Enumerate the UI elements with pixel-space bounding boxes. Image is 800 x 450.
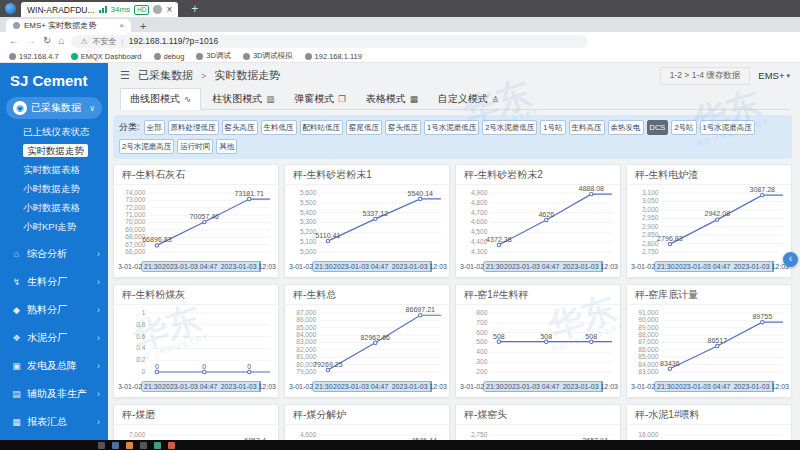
sidebar-item[interactable]: ▤辅助及非生产› (0, 380, 108, 408)
sidebar-item[interactable]: ↯生料分厂› (0, 268, 108, 296)
tab-table[interactable]: 表格模式▦ (357, 89, 427, 109)
filter-button[interactable]: 生料高压 (569, 120, 605, 135)
sidebar-item[interactable]: ❖水泥分厂› (0, 324, 108, 352)
home-icon[interactable]: ⌂ (58, 36, 64, 46)
filter-button[interactable]: 1号水泥磨低压 (424, 120, 479, 135)
filter-button[interactable]: 配料站低压 (300, 120, 344, 135)
taskbar-app-icon[interactable] (140, 442, 147, 449)
workspace-label: EMS+ (758, 70, 784, 81)
filter-button[interactable]: 全部 (144, 120, 165, 135)
globe-icon (154, 53, 161, 60)
chart-plot[interactable]: 3,1003,0503,0002,9502,9002,8502,8002,750… (631, 186, 787, 261)
filter-button[interactable]: 窑头高压 (222, 120, 258, 135)
taskbar-app-icon[interactable] (154, 442, 161, 449)
filter-button[interactable]: 运行时间 (177, 139, 213, 154)
taskbar-app-icon[interactable] (112, 442, 119, 449)
chart-plot[interactable]: 10.80.60.40.20000 (118, 306, 274, 381)
cache-data-button[interactable]: 1-2 > 1-4 缓存数据 (660, 67, 751, 85)
svg-text:3,050: 3,050 (642, 197, 659, 204)
sidebar-subitem[interactable]: 实时数据表格 (0, 161, 108, 180)
svg-text:0: 0 (202, 363, 206, 370)
taskbar-app-icon[interactable] (126, 442, 133, 449)
breadcrumb-root[interactable]: 已采集数据 (138, 68, 193, 83)
filter-button[interactable]: 余热发电 (608, 120, 644, 135)
bookmark-item[interactable]: 3D调试模拟 (243, 51, 293, 61)
filter-button[interactable]: 1号水泥磨高压 (700, 120, 755, 135)
hamburger-icon[interactable]: ☰ (120, 69, 130, 82)
close-tab-icon[interactable]: × (119, 21, 124, 30)
svg-text:0.8: 0.8 (136, 321, 146, 328)
filter-button[interactable]: 原料处理低压 (168, 120, 219, 135)
chart-plot[interactable]: 4,9004,8004,7004,6004,5004,4004,3004372.… (460, 186, 616, 261)
sidebar-group-collected-data[interactable]: ◉ 已采集数据 ∨ (6, 97, 102, 119)
sidebar-subitem-label: 实时数据表格 (23, 164, 80, 175)
bookmark-item[interactable]: debug (154, 52, 185, 61)
chart-x-axis: 3-01-02 21:302023-01-03 04:472023-01-03 … (460, 381, 616, 394)
sidebar-subitem[interactable]: 已上线仪表状态 (0, 123, 108, 142)
sidebar-item[interactable]: ⌂综合分析› (0, 240, 108, 268)
filter-button[interactable]: 2号水泥磨低压 (482, 120, 537, 135)
new-tab-button[interactable]: + (140, 21, 146, 32)
svg-text:16,000: 16,000 (638, 431, 658, 438)
tab-line-chart[interactable]: 曲线图模式∿ (120, 88, 201, 110)
svg-text:84,000: 84,000 (296, 331, 316, 338)
filter-button[interactable]: 2号水泥磨高压 (119, 139, 174, 154)
bookmark-label: EMQX Dashboard (81, 52, 142, 61)
filter-button[interactable]: 生料低压 (261, 120, 297, 135)
filter-button[interactable]: DCS (647, 120, 669, 135)
tab-user[interactable]: 自定义模式♙ (429, 89, 509, 109)
x-tick-label: 3-01-02 21:30 (289, 383, 333, 390)
bookmark-item[interactable]: 192.168.1.119 (305, 52, 362, 61)
chart-plot[interactable]: 5,6005,5005,4005,3005,2005,1005,0005110.… (289, 186, 445, 261)
sidebar-subitem[interactable]: 小时数据表格 (0, 199, 108, 218)
filter-button[interactable]: 窑头低压 (385, 120, 421, 135)
chart-title: 秤-窑库底计量 (627, 285, 791, 305)
reload-icon[interactable]: ↻ (43, 36, 51, 46)
svg-text:700: 700 (476, 319, 487, 326)
filter-button[interactable]: 窑尾低压 (346, 120, 382, 135)
filter-button[interactable]: 其他 (216, 139, 237, 154)
taskbar-app-icon[interactable] (98, 442, 105, 449)
close-session-icon[interactable]: × (166, 5, 172, 15)
filter-button[interactable]: 1号站 (540, 120, 565, 135)
sidebar-item[interactable]: ▦报表汇总› (0, 408, 108, 436)
tab-favicon (13, 22, 20, 29)
rdp-session-tab[interactable]: WIN-ARADFDU... 34ms HD × (21, 2, 178, 17)
bookmark-item[interactable]: 3D调试 (196, 51, 231, 61)
sidebar-item[interactable]: ◆熟料分厂› (0, 296, 108, 324)
svg-text:4,800: 4,800 (471, 199, 488, 206)
taskbar-app-icon[interactable] (168, 442, 175, 449)
browser-tab[interactable]: EMS+ 实时数据走势 × (6, 19, 131, 32)
chart-plot[interactable]: 91,00090,00089,00088,00087,00086,00085,0… (631, 306, 787, 381)
svg-text:0: 0 (155, 363, 159, 370)
browser-tab-strip: EMS+ 实时数据走势 × + (0, 17, 800, 32)
bookmark-item[interactable]: 192.168.4.7 (9, 52, 59, 61)
caret-down-icon: ▾ (786, 72, 790, 80)
svg-text:0: 0 (247, 363, 251, 370)
sidebar-subitem[interactable]: 小时KPI走势 (0, 218, 108, 237)
svg-text:70057.46: 70057.46 (190, 213, 220, 220)
tab-bar-chart[interactable]: 柱状图模式▥ (203, 89, 283, 109)
back-icon[interactable]: ← (9, 36, 19, 46)
emqx-icon (71, 53, 78, 60)
sidebar-item[interactable]: ▣发电及总降› (0, 352, 108, 380)
chart-title: 秤-生料砂岩粉末1 (285, 165, 449, 185)
chart-plot[interactable]: 74,00073,00072,00071,00070,00069,00068,0… (118, 186, 274, 261)
tab-popup[interactable]: 弹窗模式❐ (285, 89, 355, 109)
sidebar-subitem[interactable]: 小时数据走势 (0, 180, 108, 199)
svg-text:90,000: 90,000 (638, 316, 658, 323)
tab-label: 弹窗模式 (294, 92, 334, 106)
browser-address-bar: ← → ↻ ⌂ ⚠ 不安全 | 192.168.1.119/?p=1016 (0, 32, 800, 50)
workspace-dropdown[interactable]: EMS+ ▾ (758, 70, 790, 81)
home-icon: ⌂ (11, 249, 22, 259)
filter-button[interactable]: 2号站 (671, 120, 696, 135)
sidebar-subitem[interactable]: 实时数据走势 (0, 142, 108, 161)
url-field[interactable]: ⚠ 不安全 | 192.168.1.119/?p=1016 (71, 35, 587, 48)
chart-plot[interactable]: 800700600500400300200508508508 (460, 306, 616, 381)
chart-plot[interactable]: 87,00086,00085,00084,00083,00082,00081,0… (289, 306, 445, 381)
panel-toggle-button[interactable]: ‹ (783, 252, 798, 267)
svg-text:83436: 83436 (660, 360, 680, 367)
forward-icon[interactable]: → (26, 36, 36, 46)
bookmark-item[interactable]: EMQX Dashboard (71, 52, 142, 61)
new-session-button[interactable]: + (191, 2, 198, 16)
